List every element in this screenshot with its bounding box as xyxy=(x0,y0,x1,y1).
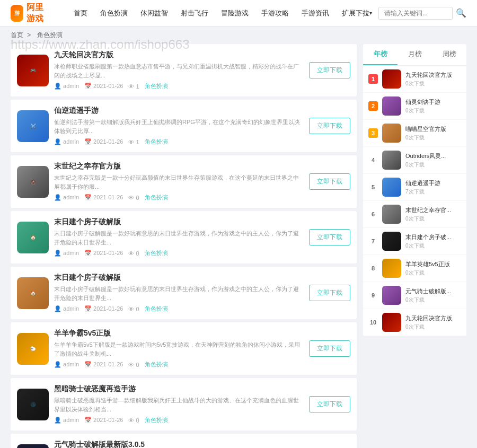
rank-number: 7 xyxy=(368,236,378,246)
game-author: 👤 admin xyxy=(54,305,79,312)
rank-game-name: 末日建个房子破... xyxy=(405,233,461,241)
nav-guide[interactable]: 手游攻略 xyxy=(255,0,295,27)
list-item: 7 末日建个房子破... 0次下载 xyxy=(363,228,466,255)
game-title: 元气骑士破解版最新版3.0.5 xyxy=(54,440,304,448)
download-button[interactable]: 立即下载 xyxy=(309,62,350,78)
search-button[interactable]: 🔍 xyxy=(456,8,466,18)
search-area: 🔍 xyxy=(378,7,466,20)
rank-downloads: 0次下载 xyxy=(405,215,461,223)
game-meta: 👤 admin 📅 2021-01-26 👁 0 角色扮演 xyxy=(54,249,304,257)
game-title: 仙逆逍遥手游 xyxy=(54,106,304,116)
nav-shoot[interactable]: 射击飞行 xyxy=(174,0,215,27)
game-title: 羊羊争霸5v5正版 xyxy=(54,329,304,338)
game-tag: 角色扮演 xyxy=(145,249,168,257)
game-info: 九天轮回决官方版 冰枪师职业省服刷服第一款热血意志市售平游，与兄弟们重温街机大战… xyxy=(54,50,304,90)
rank-thumbnail xyxy=(382,205,401,224)
rank-info: 仙逆逍遥手游 7次下载 xyxy=(405,179,461,196)
game-thumbnail: 🏠 xyxy=(17,277,49,309)
rank-thumbnail xyxy=(382,178,401,197)
rank-game-name: 仙逆逍遥手游 xyxy=(405,179,461,187)
game-meta: 👤 admin 📅 2021-01-26 👁 1 角色扮演 xyxy=(54,138,304,146)
game-meta: 👤 admin 📅 2021-01-26 👁 0 角色扮演 xyxy=(54,305,304,313)
rank-game-name: 九天轮回决官方版 xyxy=(405,314,461,322)
game-author: 👤 admin xyxy=(54,194,79,201)
game-title: 末日建个房子破解版 xyxy=(54,273,304,283)
table-row: 🏠 末日建个房子破解版 末日建小房子破解服是一款好玩有意思的末日世界生存游戏，作… xyxy=(11,211,357,263)
nav-role[interactable]: 角色扮演 xyxy=(94,0,134,27)
rank-tab-month[interactable]: 月榜 xyxy=(398,44,432,65)
nav-expand[interactable]: 扩展下拉 xyxy=(335,0,378,27)
game-info: 末日建个房子破解版 末日建小房子破解服是一款好玩有意思的末日世界生存游戏，作为游… xyxy=(54,217,304,257)
game-author: 👤 admin xyxy=(54,138,79,145)
download-button[interactable]: 立即下载 xyxy=(309,285,350,301)
rank-downloads: 7次下载 xyxy=(405,188,461,196)
search-input[interactable] xyxy=(378,7,453,20)
rank-thumbnail xyxy=(382,232,401,251)
list-item: 3 喵喵星空官方版 0次下载 xyxy=(363,120,466,147)
download-button[interactable]: 立即下载 xyxy=(309,396,350,412)
rank-thumbnail xyxy=(382,151,401,170)
game-views: 👁 0 xyxy=(128,362,139,368)
game-views: 👁 0 xyxy=(128,195,139,201)
rank-downloads: 0次下载 xyxy=(405,242,461,250)
game-thumbnail: 🎮 xyxy=(17,55,49,86)
rank-thumbnail xyxy=(382,286,401,305)
rank-box: 年榜 月榜 周榜 1 九天轮回决官方版 0次下载 2 仙灵剑诀手游 0次下载 xyxy=(363,44,466,336)
game-desc: 末世纪之幸存完版是一款十分好玩高颜值的末日世界生存策服游戏，在这个蔓延的末日世界… xyxy=(54,173,304,191)
list-item: 4 Outriders风灵... 0次下载 xyxy=(363,147,466,174)
game-desc: 黑暗骑士破恶魔再造手游—款细解版我刷兵奸王上仙战斗的大的游戏、在这个充满血色的血… xyxy=(54,396,304,414)
game-views: 👁 0 xyxy=(128,417,139,424)
table-row: ⚔️ 仙逆逍遥手游 仙逆剑法手游第一款细解版我兵奸王上仙抛绑调的RPG平游，在这… xyxy=(11,100,357,152)
breadcrumb-home[interactable]: 首页 xyxy=(11,31,23,39)
table-row: 🐑 羊羊争霸5v5正版 生羊羊争霸5v5下解版是一款游戏时间内5v5竞技游戏，在… xyxy=(11,322,357,375)
breadcrumb-separator: > xyxy=(27,31,32,39)
game-views: 👁 1 xyxy=(128,139,139,145)
list-item: 5 仙逆逍遥手游 7次下载 xyxy=(363,174,466,201)
rank-tab-week[interactable]: 周榜 xyxy=(432,44,466,65)
game-info: 黑暗骑士破恶魔再造手游 黑暗骑士破恶魔再造手游—款细解版我刷兵奸王上仙战斗的大的… xyxy=(54,384,304,424)
game-desc: 仙逆剑法手游第一款细解版我兵奸王上仙抛绑调的RPG平游，在这个充满奇幻的幻象世界… xyxy=(54,118,304,135)
logo: 游 阿里游戏 xyxy=(11,2,51,24)
game-meta: 👤 admin 📅 2021-01-26 👁 0 角色扮演 xyxy=(54,361,304,368)
logo-text: 阿里游戏 xyxy=(26,2,51,24)
game-thumbnail: 🏚️ xyxy=(17,166,49,198)
nav-home[interactable]: 首页 xyxy=(67,0,94,27)
game-tag: 角色扮演 xyxy=(145,138,168,146)
game-date: 📅 2021-01-26 xyxy=(84,361,123,368)
game-title: 末世纪之幸存官方版 xyxy=(54,162,304,171)
nav-news[interactable]: 手游资讯 xyxy=(295,0,335,27)
rank-downloads: 0次下载 xyxy=(405,296,461,304)
download-button[interactable]: 立即下载 xyxy=(309,173,350,190)
rank-thumbnail xyxy=(382,69,401,89)
game-views: 👁 0 xyxy=(128,250,139,257)
game-meta: 👤 admin 📅 2021-01-26 👁 0 角色扮演 xyxy=(54,416,304,424)
nav-adventure[interactable]: 冒险游戏 xyxy=(215,0,255,27)
game-info: 仙逆逍遥手游 仙逆剑法手游第一款细解版我兵奸王上仙抛绑调的RPG平游，在这个充满… xyxy=(54,106,304,146)
download-button[interactable]: 立即下载 xyxy=(309,118,350,134)
game-date: 📅 2021-01-26 xyxy=(84,83,123,90)
rank-info: 喵喵星空官方版 0次下载 xyxy=(405,125,461,142)
game-desc: 生羊羊争霸5v5下解版是一款游戏时间内5v5竞技游戏，在天神阵营刻的独角的休闲小… xyxy=(54,340,304,358)
nav-leisure[interactable]: 休闲益智 xyxy=(134,0,174,27)
rank-thumbnail xyxy=(382,313,401,332)
table-row: 🗡️ 元气骑士破解版最新版3.0.5 元气骑士破解服最新版3.0.5告诉你!所带… xyxy=(11,434,357,448)
rank-tab-year[interactable]: 年榜 xyxy=(363,44,398,65)
table-row: 🏚️ 末世纪之幸存官方版 末世纪之幸存完版是一款十分好玩高颜值的末日世界生存策服… xyxy=(11,155,357,208)
game-date: 📅 2021-01-26 xyxy=(84,194,123,201)
game-tag: 角色扮演 xyxy=(145,194,168,201)
download-button[interactable]: 立即下载 xyxy=(309,340,350,357)
game-author: 👤 admin xyxy=(54,417,79,424)
list-item: 8 羊羊英雄5v5正版 0次下载 xyxy=(363,255,466,282)
rank-downloads: 0次下载 xyxy=(405,161,461,169)
rank-thumbnail xyxy=(382,259,401,278)
download-button[interactable]: 立即下载 xyxy=(309,229,350,245)
game-thumbnail: 🏠 xyxy=(17,222,49,253)
rank-downloads: 0次下载 xyxy=(405,107,461,115)
game-tag: 角色扮演 xyxy=(145,82,168,90)
game-info: 末日建个房子破解版 末日建小房子破解服是一款好玩有意思的末日世界生存游戏，作为游… xyxy=(54,273,304,313)
game-date: 📅 2021-01-26 xyxy=(84,138,123,145)
game-thumbnail: 🗡️ xyxy=(17,444,49,449)
game-tag: 角色扮演 xyxy=(145,361,168,368)
game-title: 九天轮回决官方版 xyxy=(54,50,304,60)
table-row: 🌑 黑暗骑士破恶魔再造手游 黑暗骑士破恶魔再造手游—款细解版我刷兵奸王上仙战斗的… xyxy=(11,378,357,431)
